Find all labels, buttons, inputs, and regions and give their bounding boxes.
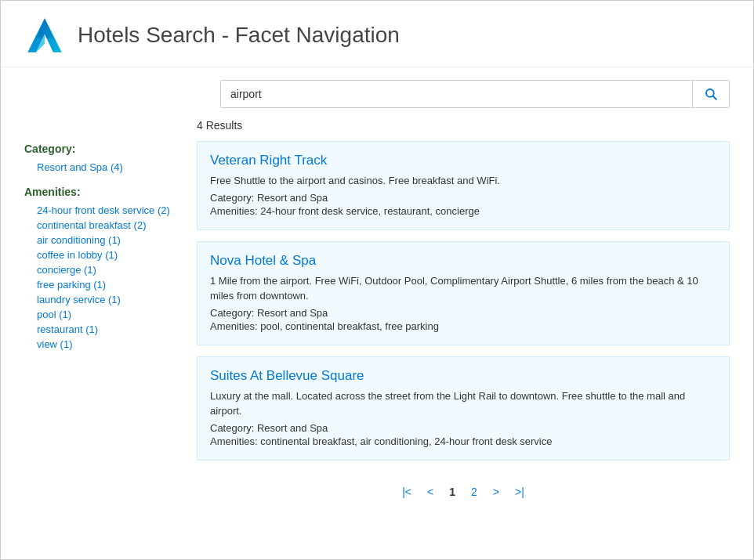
category-label: Category: [24,143,181,155]
page-title: Hotels Search - Facet Navigation [78,23,400,48]
amenities-label: Amenities: [24,186,181,198]
facet-item-0[interactable]: 24-hour front desk service (2) [24,203,181,218]
facet-item-6[interactable]: laundry service (1) [24,292,181,307]
pagination: |< < 1 2 > >| [197,471,730,506]
facet-item-1[interactable]: continental breakfast (2) [24,218,181,233]
result-amenities-2: Amenities: continental breakfast, air co… [210,435,716,447]
result-amenities-0: Amenities: 24-hour front desk service, r… [210,205,716,217]
facet-item-4[interactable]: concierge (1) [24,262,181,277]
search-icon [704,87,718,101]
azure-logo-icon [24,15,65,56]
search-section [1,67,753,108]
search-input[interactable] [221,81,692,107]
result-title-0[interactable]: Veteran Right Track [210,153,716,168]
header: Hotels Search - Facet Navigation [1,1,753,67]
pagination-first[interactable]: |< [397,484,416,500]
result-amenities-1: Amenities: pool, continental breakfast, … [210,320,716,332]
facet-item-3[interactable]: coffee in lobby (1) [24,247,181,262]
facet-item-resort-and-spa[interactable]: Resort and Spa (4) [24,160,181,175]
svg-line-4 [713,96,716,99]
facet-item-5[interactable]: free parking (1) [24,277,181,292]
page-wrapper: Hotels Search - Facet Navigation Categor… [0,0,754,560]
result-category-0: Category: Resort and Spa [210,192,716,204]
pagination-last[interactable]: >| [510,484,529,500]
facet-item-8[interactable]: restaurant (1) [24,322,181,337]
result-title-1[interactable]: Nova Hotel & Spa [210,253,716,269]
pagination-page-2[interactable]: 2 [466,484,482,500]
search-button[interactable] [692,81,729,107]
sidebar: Category: Resort and Spa (4) Amenities: … [24,119,197,544]
result-description-2: Luxury at the mall. Located across the s… [210,388,716,419]
facet-item-2[interactable]: air conditioning (1) [24,233,181,247]
amenities-facet-group: Amenities: 24-hour front desk service (2… [24,186,181,352]
facet-item-7[interactable]: pool (1) [24,307,181,322]
result-card-1: Nova Hotel & Spa 1 Mile from the airport… [197,241,730,345]
result-category-2: Category: Resort and Spa [210,422,716,434]
main-content: Category: Resort and Spa (4) Amenities: … [1,108,753,559]
category-facet-group: Category: Resort and Spa (4) [24,143,181,175]
result-title-2[interactable]: Suites At Bellevue Square [210,368,716,384]
result-category-1: Category: Resort and Spa [210,307,716,319]
pagination-prev[interactable]: < [422,484,438,500]
search-bar [220,80,730,108]
result-description-1: 1 Mile from the airport. Free WiFi, Outd… [210,273,716,304]
pagination-page-1: 1 [444,484,460,500]
result-card-2: Suites At Bellevue Square Luxury at the … [197,356,730,461]
result-description-0: Free Shuttle to the airport and casinos.… [210,173,716,189]
result-card-0: Veteran Right Track Free Shuttle to the … [197,141,730,230]
results-section: 4 Results Veteran Right Track Free Shutt… [197,119,730,544]
pagination-next[interactable]: > [488,484,504,500]
results-count: 4 Results [197,119,730,132]
facet-item-9[interactable]: view (1) [24,337,181,352]
